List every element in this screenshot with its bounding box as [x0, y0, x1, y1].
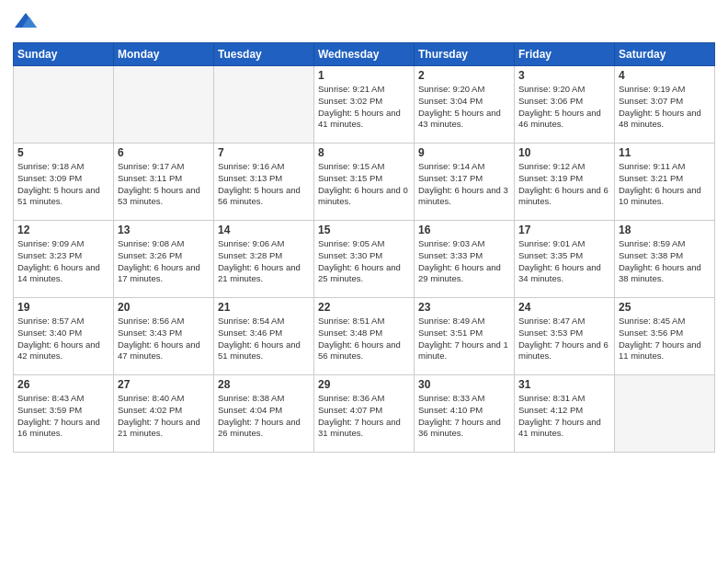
calendar-week-row: 12Sunrise: 9:09 AM Sunset: 3:23 PM Dayli… [14, 221, 715, 298]
calendar-week-row: 19Sunrise: 8:57 AM Sunset: 3:40 PM Dayli… [14, 298, 715, 375]
calendar-cell: 30Sunrise: 8:33 AM Sunset: 4:10 PM Dayli… [415, 375, 515, 453]
day-info: Sunrise: 9:19 AM Sunset: 3:07 PM Dayligh… [619, 84, 711, 131]
day-info: Sunrise: 8:49 AM Sunset: 3:51 PM Dayligh… [418, 316, 510, 362]
calendar-cell: 25Sunrise: 8:45 AM Sunset: 3:56 PM Dayli… [615, 298, 715, 375]
day-info: Sunrise: 8:54 AM Sunset: 3:46 PM Dayligh… [218, 316, 310, 362]
calendar-cell: 22Sunrise: 8:51 AM Sunset: 3:48 PM Dayli… [314, 298, 415, 375]
day-info: Sunrise: 9:05 AM Sunset: 3:30 PM Dayligh… [318, 238, 410, 285]
day-number: 7 [218, 146, 310, 159]
day-info: Sunrise: 9:17 AM Sunset: 3:11 PM Dayligh… [118, 161, 210, 208]
calendar-cell: 6Sunrise: 9:17 AM Sunset: 3:11 PM Daylig… [114, 144, 214, 221]
day-number: 29 [318, 378, 410, 391]
day-info: Sunrise: 8:57 AM Sunset: 3:40 PM Dayligh… [17, 316, 109, 362]
weekday-header-saturday: Saturday [615, 43, 715, 66]
day-info: Sunrise: 9:08 AM Sunset: 3:26 PM Dayligh… [118, 238, 210, 285]
day-number: 13 [118, 224, 210, 236]
day-number: 26 [17, 378, 109, 391]
calendar-week-row: 5Sunrise: 9:18 AM Sunset: 3:09 PM Daylig… [14, 144, 715, 221]
day-number: 24 [518, 301, 610, 314]
day-info: Sunrise: 8:45 AM Sunset: 3:56 PM Dayligh… [619, 316, 711, 362]
calendar-cell: 9Sunrise: 9:14 AM Sunset: 3:17 PM Daylig… [415, 144, 515, 221]
day-number: 1 [318, 69, 410, 82]
day-info: Sunrise: 8:38 AM Sunset: 4:04 PM Dayligh… [218, 393, 310, 440]
calendar-cell: 5Sunrise: 9:18 AM Sunset: 3:09 PM Daylig… [14, 144, 114, 221]
logo [13, 9, 42, 35]
calendar-cell [615, 375, 715, 453]
day-info: Sunrise: 8:47 AM Sunset: 3:53 PM Dayligh… [518, 316, 610, 362]
day-number: 30 [418, 378, 510, 391]
calendar-cell: 21Sunrise: 8:54 AM Sunset: 3:46 PM Dayli… [214, 298, 314, 375]
calendar-cell [214, 66, 314, 144]
day-number: 23 [418, 301, 510, 314]
day-number: 19 [17, 301, 109, 314]
day-number: 27 [118, 378, 210, 391]
day-number: 14 [218, 224, 310, 236]
calendar-cell: 15Sunrise: 9:05 AM Sunset: 3:30 PM Dayli… [314, 221, 415, 298]
calendar-cell: 31Sunrise: 8:31 AM Sunset: 4:12 PM Dayli… [515, 375, 615, 453]
day-info: Sunrise: 8:43 AM Sunset: 3:59 PM Dayligh… [17, 393, 109, 440]
day-info: Sunrise: 9:03 AM Sunset: 3:33 PM Dayligh… [418, 238, 510, 285]
day-number: 21 [218, 301, 310, 314]
calendar-cell: 28Sunrise: 8:38 AM Sunset: 4:04 PM Dayli… [214, 375, 314, 453]
day-number: 11 [619, 146, 711, 159]
day-info: Sunrise: 8:51 AM Sunset: 3:48 PM Dayligh… [318, 316, 410, 362]
calendar-cell: 27Sunrise: 8:40 AM Sunset: 4:02 PM Dayli… [114, 375, 214, 453]
weekday-header-wednesday: Wednesday [314, 43, 415, 66]
page: SundayMondayTuesdayWednesdayThursdayFrid… [0, 0, 728, 563]
day-number: 16 [418, 224, 510, 236]
day-number: 22 [318, 301, 410, 314]
day-info: Sunrise: 9:21 AM Sunset: 3:02 PM Dayligh… [318, 84, 410, 131]
day-info: Sunrise: 8:36 AM Sunset: 4:07 PM Dayligh… [318, 393, 410, 440]
day-info: Sunrise: 8:59 AM Sunset: 3:38 PM Dayligh… [619, 238, 711, 285]
day-number: 15 [318, 224, 410, 236]
weekday-header-monday: Monday [114, 43, 214, 66]
calendar-cell: 26Sunrise: 8:43 AM Sunset: 3:59 PM Dayli… [14, 375, 114, 453]
day-number: 12 [17, 224, 109, 236]
logo-icon [13, 9, 39, 35]
day-number: 5 [17, 146, 109, 159]
day-info: Sunrise: 9:14 AM Sunset: 3:17 PM Dayligh… [418, 161, 510, 208]
weekday-header-tuesday: Tuesday [214, 43, 314, 66]
weekday-header-thursday: Thursday [415, 43, 515, 66]
calendar-cell: 11Sunrise: 9:11 AM Sunset: 3:21 PM Dayli… [615, 144, 715, 221]
day-number: 2 [418, 69, 510, 82]
calendar-cell: 8Sunrise: 9:15 AM Sunset: 3:15 PM Daylig… [314, 144, 415, 221]
day-number: 18 [619, 224, 711, 236]
calendar-cell: 23Sunrise: 8:49 AM Sunset: 3:51 PM Dayli… [415, 298, 515, 375]
day-info: Sunrise: 9:18 AM Sunset: 3:09 PM Dayligh… [17, 161, 109, 208]
weekday-header-sunday: Sunday [14, 43, 114, 66]
calendar-cell [114, 66, 214, 144]
calendar-cell: 12Sunrise: 9:09 AM Sunset: 3:23 PM Dayli… [14, 221, 114, 298]
day-number: 28 [218, 378, 310, 391]
day-info: Sunrise: 9:01 AM Sunset: 3:35 PM Dayligh… [518, 238, 610, 285]
day-info: Sunrise: 9:15 AM Sunset: 3:15 PM Dayligh… [318, 161, 410, 208]
day-info: Sunrise: 9:20 AM Sunset: 3:04 PM Dayligh… [418, 84, 510, 131]
calendar-week-row: 26Sunrise: 8:43 AM Sunset: 3:59 PM Dayli… [14, 375, 715, 453]
day-info: Sunrise: 8:31 AM Sunset: 4:12 PM Dayligh… [518, 393, 610, 440]
calendar-week-row: 1Sunrise: 9:21 AM Sunset: 3:02 PM Daylig… [14, 66, 715, 144]
calendar-cell: 16Sunrise: 9:03 AM Sunset: 3:33 PM Dayli… [415, 221, 515, 298]
day-number: 20 [118, 301, 210, 314]
day-info: Sunrise: 8:56 AM Sunset: 3:43 PM Dayligh… [118, 316, 210, 362]
calendar-cell: 1Sunrise: 9:21 AM Sunset: 3:02 PM Daylig… [314, 66, 415, 144]
calendar-cell: 24Sunrise: 8:47 AM Sunset: 3:53 PM Dayli… [515, 298, 615, 375]
day-info: Sunrise: 9:09 AM Sunset: 3:23 PM Dayligh… [17, 238, 109, 285]
day-number: 10 [518, 146, 610, 159]
day-number: 17 [518, 224, 610, 236]
day-info: Sunrise: 9:06 AM Sunset: 3:28 PM Dayligh… [218, 238, 310, 285]
day-number: 3 [518, 69, 610, 82]
day-info: Sunrise: 9:20 AM Sunset: 3:06 PM Dayligh… [518, 84, 610, 131]
day-number: 31 [518, 378, 610, 391]
calendar-cell: 2Sunrise: 9:20 AM Sunset: 3:04 PM Daylig… [415, 66, 515, 144]
day-info: Sunrise: 9:16 AM Sunset: 3:13 PM Dayligh… [218, 161, 310, 208]
calendar-cell: 3Sunrise: 9:20 AM Sunset: 3:06 PM Daylig… [515, 66, 615, 144]
calendar-table: SundayMondayTuesdayWednesdayThursdayFrid… [13, 42, 715, 453]
calendar-cell: 14Sunrise: 9:06 AM Sunset: 3:28 PM Dayli… [214, 221, 314, 298]
calendar-cell: 20Sunrise: 8:56 AM Sunset: 3:43 PM Dayli… [114, 298, 214, 375]
day-number: 4 [619, 69, 711, 82]
weekday-header-friday: Friday [515, 43, 615, 66]
header [13, 9, 715, 35]
day-info: Sunrise: 8:40 AM Sunset: 4:02 PM Dayligh… [118, 393, 210, 440]
day-number: 8 [318, 146, 410, 159]
day-info: Sunrise: 9:11 AM Sunset: 3:21 PM Dayligh… [619, 161, 711, 208]
